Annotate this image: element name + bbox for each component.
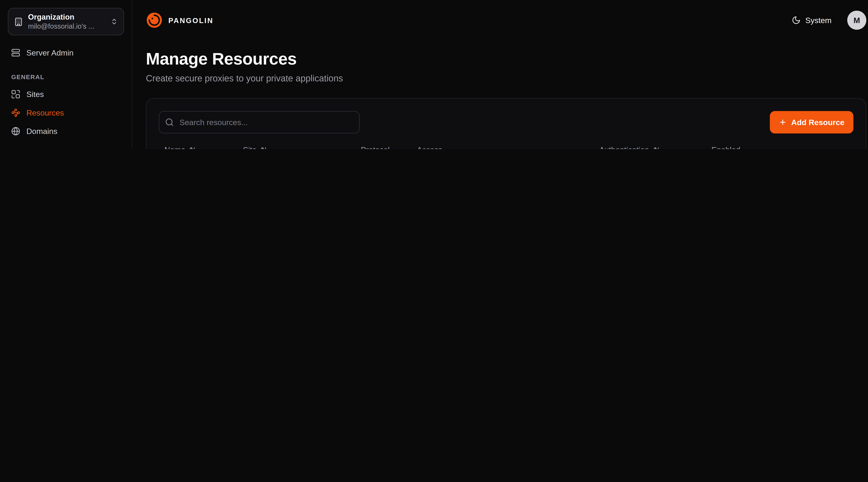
column-label: Authentication (599, 145, 649, 149)
sidebar-item-sites[interactable]: Sites (8, 85, 124, 103)
moon-icon (792, 15, 801, 25)
topbar: PANGOLIN System M (132, 0, 868, 40)
sidebar-item-server-admin[interactable]: Server Admin (8, 43, 124, 62)
column-header-protocol: Protocol (361, 145, 417, 149)
column-header-authentication[interactable]: Authentication (599, 145, 660, 149)
search-input[interactable] (159, 111, 360, 133)
add-resource-button[interactable]: Add Resource (770, 111, 854, 133)
main-area: PANGOLIN System M Manage Resources Creat… (132, 0, 868, 149)
sidebar-nav: Server Admin GENERAL Sites Resources Dom… (0, 35, 132, 149)
pangolin-logo-icon (146, 12, 163, 29)
column-header-site[interactable]: Site (243, 145, 268, 149)
column-header-enabled: Enabled (711, 145, 779, 149)
sidebar-item-label: Server Admin (26, 48, 73, 57)
add-resource-label: Add Resource (791, 118, 844, 127)
user-avatar[interactable]: M (847, 10, 866, 30)
brand-name: PANGOLIN (168, 16, 214, 24)
org-selector-subtitle: milo@fossorial.io's ... (28, 22, 105, 30)
app-logo: PANGOLIN (146, 12, 213, 29)
column-label: Name (164, 145, 185, 149)
column-label: Access (417, 145, 442, 149)
org-selector[interactable]: Organization milo@fossorial.io's ... (8, 8, 124, 35)
column-label: Protocol (361, 145, 390, 149)
search-wrapper (159, 111, 360, 133)
plus-icon (779, 118, 786, 126)
sidebar-item-label: Resources (26, 108, 64, 117)
column-header-name[interactable]: Name (164, 145, 196, 149)
theme-label: System (805, 15, 832, 25)
column-header-access: Access (417, 145, 599, 149)
app-root: Organization milo@fossorial.io's ... Ser… (0, 0, 868, 149)
table-toolbar: Add Resource (159, 111, 854, 133)
page-subtitle: Create secure proxies to your private ap… (146, 73, 866, 84)
resources-card: Add Resource Name Site (146, 98, 866, 149)
sort-icon (189, 146, 196, 149)
table-header: Name Site Protocol Access (159, 136, 854, 149)
avatar-initial: M (854, 15, 860, 25)
chevrons-up-down-icon (111, 18, 118, 25)
globe-icon (11, 127, 20, 135)
sites-icon (11, 90, 20, 99)
building-icon (14, 17, 23, 26)
topbar-right: System M (788, 10, 866, 30)
org-selector-title: Organization (28, 13, 105, 21)
sidebar: Organization milo@fossorial.io's ... Ser… (0, 0, 132, 149)
theme-selector[interactable]: System (788, 15, 835, 25)
sort-icon (653, 146, 660, 149)
org-selector-text: Organization milo@fossorial.io's ... (28, 13, 105, 30)
page-title: Manage Resources (146, 49, 866, 68)
search-icon (165, 118, 174, 127)
column-label: Enabled (711, 145, 740, 149)
sidebar-item-label: Sites (26, 90, 44, 99)
sort-icon (260, 146, 268, 149)
section-label-general: GENERAL (11, 73, 121, 80)
sidebar-item-label: Domains (26, 127, 58, 135)
page-content: Manage Resources Create secure proxies t… (132, 40, 868, 149)
server-icon (11, 48, 20, 57)
column-label: Site (243, 145, 256, 149)
sidebar-item-resources[interactable]: Resources (8, 103, 124, 122)
sidebar-item-domains[interactable]: Domains (8, 122, 124, 140)
resources-icon (11, 108, 20, 117)
